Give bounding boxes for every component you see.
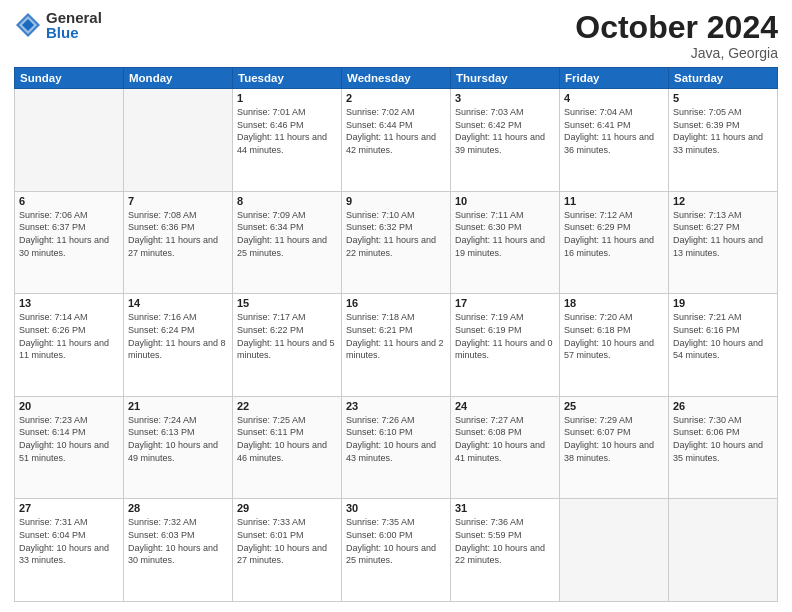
day-number: 19 — [673, 297, 773, 309]
day-number: 30 — [346, 502, 446, 514]
day-info: Sunrise: 7:11 AM Sunset: 6:30 PM Dayligh… — [455, 209, 555, 259]
day-number: 27 — [19, 502, 119, 514]
day-info: Sunrise: 7:10 AM Sunset: 6:32 PM Dayligh… — [346, 209, 446, 259]
calendar-cell: 28Sunrise: 7:32 AM Sunset: 6:03 PM Dayli… — [124, 499, 233, 602]
calendar-cell — [669, 499, 778, 602]
weekday-header-tuesday: Tuesday — [233, 68, 342, 89]
calendar-cell: 9Sunrise: 7:10 AM Sunset: 6:32 PM Daylig… — [342, 191, 451, 294]
day-number: 5 — [673, 92, 773, 104]
day-info: Sunrise: 7:33 AM Sunset: 6:01 PM Dayligh… — [237, 516, 337, 566]
day-number: 20 — [19, 400, 119, 412]
day-number: 14 — [128, 297, 228, 309]
day-number: 6 — [19, 195, 119, 207]
day-number: 12 — [673, 195, 773, 207]
calendar-cell: 7Sunrise: 7:08 AM Sunset: 6:36 PM Daylig… — [124, 191, 233, 294]
day-info: Sunrise: 7:26 AM Sunset: 6:10 PM Dayligh… — [346, 414, 446, 464]
location: Java, Georgia — [575, 45, 778, 61]
calendar-cell: 23Sunrise: 7:26 AM Sunset: 6:10 PM Dayli… — [342, 396, 451, 499]
day-number: 21 — [128, 400, 228, 412]
day-info: Sunrise: 7:32 AM Sunset: 6:03 PM Dayligh… — [128, 516, 228, 566]
calendar-cell: 15Sunrise: 7:17 AM Sunset: 6:22 PM Dayli… — [233, 294, 342, 397]
day-info: Sunrise: 7:12 AM Sunset: 6:29 PM Dayligh… — [564, 209, 664, 259]
day-number: 31 — [455, 502, 555, 514]
day-number: 24 — [455, 400, 555, 412]
day-number: 11 — [564, 195, 664, 207]
day-info: Sunrise: 7:21 AM Sunset: 6:16 PM Dayligh… — [673, 311, 773, 361]
calendar-cell: 29Sunrise: 7:33 AM Sunset: 6:01 PM Dayli… — [233, 499, 342, 602]
logo: General Blue — [14, 10, 102, 40]
calendar-cell: 25Sunrise: 7:29 AM Sunset: 6:07 PM Dayli… — [560, 396, 669, 499]
day-info: Sunrise: 7:31 AM Sunset: 6:04 PM Dayligh… — [19, 516, 119, 566]
calendar-cell: 17Sunrise: 7:19 AM Sunset: 6:19 PM Dayli… — [451, 294, 560, 397]
calendar-cell: 30Sunrise: 7:35 AM Sunset: 6:00 PM Dayli… — [342, 499, 451, 602]
calendar-cell: 19Sunrise: 7:21 AM Sunset: 6:16 PM Dayli… — [669, 294, 778, 397]
day-info: Sunrise: 7:06 AM Sunset: 6:37 PM Dayligh… — [19, 209, 119, 259]
day-number: 10 — [455, 195, 555, 207]
day-info: Sunrise: 7:29 AM Sunset: 6:07 PM Dayligh… — [564, 414, 664, 464]
day-info: Sunrise: 7:08 AM Sunset: 6:36 PM Dayligh… — [128, 209, 228, 259]
calendar-cell: 16Sunrise: 7:18 AM Sunset: 6:21 PM Dayli… — [342, 294, 451, 397]
day-number: 15 — [237, 297, 337, 309]
day-info: Sunrise: 7:25 AM Sunset: 6:11 PM Dayligh… — [237, 414, 337, 464]
day-info: Sunrise: 7:03 AM Sunset: 6:42 PM Dayligh… — [455, 106, 555, 156]
calendar-cell: 14Sunrise: 7:16 AM Sunset: 6:24 PM Dayli… — [124, 294, 233, 397]
day-info: Sunrise: 7:20 AM Sunset: 6:18 PM Dayligh… — [564, 311, 664, 361]
day-number: 8 — [237, 195, 337, 207]
weekday-header-saturday: Saturday — [669, 68, 778, 89]
calendar-cell: 8Sunrise: 7:09 AM Sunset: 6:34 PM Daylig… — [233, 191, 342, 294]
calendar-cell: 11Sunrise: 7:12 AM Sunset: 6:29 PM Dayli… — [560, 191, 669, 294]
day-info: Sunrise: 7:30 AM Sunset: 6:06 PM Dayligh… — [673, 414, 773, 464]
calendar-cell: 10Sunrise: 7:11 AM Sunset: 6:30 PM Dayli… — [451, 191, 560, 294]
day-number: 29 — [237, 502, 337, 514]
day-number: 2 — [346, 92, 446, 104]
day-number: 18 — [564, 297, 664, 309]
calendar-cell: 6Sunrise: 7:06 AM Sunset: 6:37 PM Daylig… — [15, 191, 124, 294]
calendar-cell: 22Sunrise: 7:25 AM Sunset: 6:11 PM Dayli… — [233, 396, 342, 499]
calendar-cell — [560, 499, 669, 602]
calendar-table: SundayMondayTuesdayWednesdayThursdayFrid… — [14, 67, 778, 602]
calendar-cell: 5Sunrise: 7:05 AM Sunset: 6:39 PM Daylig… — [669, 89, 778, 192]
weekday-header-sunday: Sunday — [15, 68, 124, 89]
day-info: Sunrise: 7:04 AM Sunset: 6:41 PM Dayligh… — [564, 106, 664, 156]
day-info: Sunrise: 7:14 AM Sunset: 6:26 PM Dayligh… — [19, 311, 119, 361]
day-info: Sunrise: 7:35 AM Sunset: 6:00 PM Dayligh… — [346, 516, 446, 566]
day-number: 23 — [346, 400, 446, 412]
weekday-header-monday: Monday — [124, 68, 233, 89]
week-row-1: 1Sunrise: 7:01 AM Sunset: 6:46 PM Daylig… — [15, 89, 778, 192]
day-info: Sunrise: 7:18 AM Sunset: 6:21 PM Dayligh… — [346, 311, 446, 361]
title-block: October 2024 Java, Georgia — [575, 10, 778, 61]
header: General Blue October 2024 Java, Georgia — [14, 10, 778, 61]
day-info: Sunrise: 7:23 AM Sunset: 6:14 PM Dayligh… — [19, 414, 119, 464]
day-info: Sunrise: 7:16 AM Sunset: 6:24 PM Dayligh… — [128, 311, 228, 361]
week-row-3: 13Sunrise: 7:14 AM Sunset: 6:26 PM Dayli… — [15, 294, 778, 397]
calendar-cell: 13Sunrise: 7:14 AM Sunset: 6:26 PM Dayli… — [15, 294, 124, 397]
day-info: Sunrise: 7:01 AM Sunset: 6:46 PM Dayligh… — [237, 106, 337, 156]
logo-general-text: General — [46, 10, 102, 25]
calendar-cell: 3Sunrise: 7:03 AM Sunset: 6:42 PM Daylig… — [451, 89, 560, 192]
calendar-cell: 20Sunrise: 7:23 AM Sunset: 6:14 PM Dayli… — [15, 396, 124, 499]
day-info: Sunrise: 7:09 AM Sunset: 6:34 PM Dayligh… — [237, 209, 337, 259]
logo-blue-text: Blue — [46, 25, 102, 40]
calendar-cell — [124, 89, 233, 192]
logo-text: General Blue — [46, 10, 102, 40]
calendar-cell: 4Sunrise: 7:04 AM Sunset: 6:41 PM Daylig… — [560, 89, 669, 192]
calendar-cell: 31Sunrise: 7:36 AM Sunset: 5:59 PM Dayli… — [451, 499, 560, 602]
weekday-header-wednesday: Wednesday — [342, 68, 451, 89]
day-info: Sunrise: 7:17 AM Sunset: 6:22 PM Dayligh… — [237, 311, 337, 361]
calendar-cell: 24Sunrise: 7:27 AM Sunset: 6:08 PM Dayli… — [451, 396, 560, 499]
day-number: 7 — [128, 195, 228, 207]
month-title: October 2024 — [575, 10, 778, 45]
day-number: 4 — [564, 92, 664, 104]
day-info: Sunrise: 7:27 AM Sunset: 6:08 PM Dayligh… — [455, 414, 555, 464]
calendar-cell — [15, 89, 124, 192]
day-info: Sunrise: 7:19 AM Sunset: 6:19 PM Dayligh… — [455, 311, 555, 361]
calendar-body: 1Sunrise: 7:01 AM Sunset: 6:46 PM Daylig… — [15, 89, 778, 602]
day-info: Sunrise: 7:24 AM Sunset: 6:13 PM Dayligh… — [128, 414, 228, 464]
weekday-header-thursday: Thursday — [451, 68, 560, 89]
calendar-cell: 27Sunrise: 7:31 AM Sunset: 6:04 PM Dayli… — [15, 499, 124, 602]
weekday-header-friday: Friday — [560, 68, 669, 89]
day-number: 26 — [673, 400, 773, 412]
calendar-cell: 26Sunrise: 7:30 AM Sunset: 6:06 PM Dayli… — [669, 396, 778, 499]
calendar-cell: 18Sunrise: 7:20 AM Sunset: 6:18 PM Dayli… — [560, 294, 669, 397]
day-number: 25 — [564, 400, 664, 412]
